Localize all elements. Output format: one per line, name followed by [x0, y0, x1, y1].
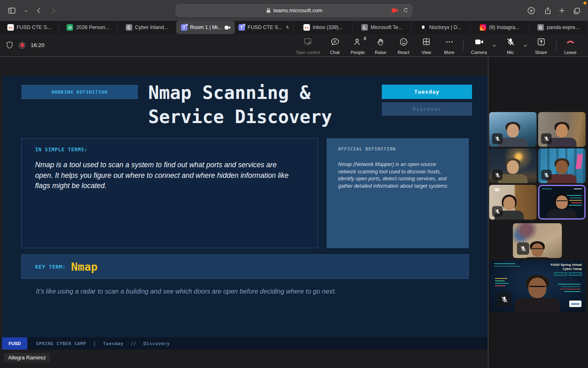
share-screen-icon [537, 37, 546, 47]
tab-camera-indicator-icon [225, 25, 231, 30]
tab-microsoft-teams-site[interactable]: L Microsoft Te... [353, 21, 412, 34]
metaphor-text: It’s like using a radar to scan a buildi… [36, 288, 336, 295]
chat-button[interactable]: Chat [325, 37, 345, 55]
virtual-background-caption: FUSD Spring Virtual Cyber Camp [544, 263, 582, 271]
raise-hand-button[interactable]: Raise [371, 37, 390, 55]
letter-g-favicon: G [537, 24, 544, 31]
footer-separator: | [93, 341, 96, 346]
tab-inbox-gmail[interactable]: Inbox (339)... [294, 21, 352, 34]
screen-text-overlay [542, 188, 552, 189]
raise-hand-icon [376, 37, 385, 47]
new-tab-icon[interactable] [557, 5, 567, 16]
camera-chevron-icon[interactable] [492, 43, 497, 48]
mic-muted-icon [497, 292, 511, 306]
gmail-icon [303, 24, 310, 31]
view-button[interactable]: View [416, 37, 436, 55]
take-control-icon [303, 37, 313, 47]
presenter-name-tag: Allegra Ramirez [4, 353, 50, 362]
slide-title: Nmap Scanning & Service Discovery [148, 81, 332, 129]
participant-video [547, 195, 577, 220]
tab-instagram[interactable]: (9) Instagra... [470, 21, 529, 34]
share-button[interactable]: Share [531, 37, 551, 55]
official-definition-box: OFFICIAL DEFINITION Nmap (Network Mapper… [327, 138, 469, 248]
noctoryx-favicon [420, 24, 426, 31]
mic-muted-icon [541, 170, 552, 180]
more-button[interactable]: More [438, 37, 461, 55]
tab-fusd-cte-gmail[interactable]: FUSD CTE S... [0, 21, 59, 34]
meeting-stage-area: WORKING DEFINITION Nmap Scanning & Servi… [0, 57, 588, 368]
tab-panda-express[interactable]: G panda expre... [529, 21, 588, 34]
slide-footer: FUSD SPRING CYBER CAMP | Tuesday // Disc… [2, 337, 488, 350]
padlock-icon [266, 7, 271, 13]
screen-text-overlay [574, 188, 582, 189]
share-page-icon[interactable] [542, 5, 553, 16]
mic-muted-icon [506, 37, 515, 47]
leave-button[interactable]: Leave [560, 37, 581, 55]
forward-icon[interactable] [48, 5, 59, 16]
chat-icon [330, 37, 340, 47]
letter-l-favicon: L [361, 24, 368, 31]
key-term-bar: KEY TERM: Nmap [21, 254, 469, 279]
recording-indicator-icon [19, 42, 25, 49]
sidebar-chevron-icon[interactable] [20, 5, 31, 16]
stats-text-overlay [495, 278, 509, 286]
camera-button[interactable]: Camera [468, 37, 490, 55]
participant-tile-student-sky[interactable] [489, 112, 537, 147]
gmail-icon [7, 24, 14, 31]
back-icon[interactable] [33, 5, 44, 16]
background-logo [569, 301, 581, 307]
mic-muted-icon [541, 133, 552, 144]
phase-button: Discover [382, 102, 472, 116]
tab-2026-sheet[interactable]: 2026 Person... [59, 21, 118, 34]
shield-icon [6, 41, 13, 49]
camera-icon [474, 37, 484, 47]
instagram-icon [480, 24, 486, 31]
footer-slashes: // [131, 341, 136, 346]
participant-video [515, 276, 560, 312]
fusd-badge: FUSD [2, 337, 27, 350]
downloads-icon[interactable] [526, 5, 537, 16]
presentation-slide: WORKING DEFINITION Nmap Scanning & Servi… [2, 76, 488, 350]
tab-overview-icon[interactable] [571, 5, 582, 16]
react-smiley-icon [399, 37, 408, 47]
view-grid-icon [422, 37, 431, 47]
simple-terms-box: IN SIMPLE TERMS: Nmap is a tool used to … [21, 138, 318, 248]
teams-meeting-window: teams.microsoft.com F [0, 0, 588, 368]
participant-tile-student-scifi[interactable] [538, 148, 586, 183]
tab-cyber-inland[interactable]: C Cyber Inland... [118, 21, 176, 34]
working-definition-chip: WORKING DEFINITION [22, 85, 138, 99]
day-button: Tuesday [382, 85, 472, 99]
participant-tile-instructor-active-speaker[interactable] [538, 185, 586, 220]
react-button[interactable]: React [392, 37, 415, 55]
official-definition-heading: OFFICIAL DEFINITION [338, 146, 396, 152]
participant-tile-student-room[interactable] [538, 112, 586, 147]
participant-tile-student-bedroom[interactable] [489, 185, 537, 220]
browser-toolbar: teams.microsoft.com [0, 0, 588, 21]
more-dots-icon [445, 37, 454, 47]
participant-tile-host-cyber-camp[interactable]: FUSD Spring Virtual Cyber Camp [489, 260, 586, 312]
background-badges [554, 272, 582, 276]
leave-call-icon [565, 37, 576, 47]
mic-button[interactable]: Mic [501, 37, 520, 55]
address-bar[interactable]: teams.microsoft.com [176, 4, 412, 17]
reload-icon[interactable] [403, 7, 409, 13]
screen-recording-indicator-dot [584, 2, 586, 4]
mic-chevron-icon[interactable] [523, 43, 528, 48]
tab-noctoryx[interactable]: Noctoryx | D... [412, 21, 470, 34]
simple-terms-heading: IN SIMPLE TERMS: [35, 147, 87, 153]
tab-room-1-active[interactable]: T Room 1 | Mi... [176, 21, 235, 34]
participant-tile-student-blurred[interactable] [513, 223, 562, 258]
google-sheets-icon [67, 24, 73, 31]
people-button[interactable]: 8 People [346, 37, 369, 55]
participant-tile-student-space[interactable] [489, 148, 537, 183]
letter-c-favicon: C [126, 24, 132, 31]
meeting-toolbar: 16:20 Take control Chat 8 People [0, 34, 588, 57]
people-icon: 8 [353, 37, 363, 47]
toolbar-divider [463, 40, 463, 51]
mic-muted-icon [492, 206, 503, 217]
sidebar-toggle-icon[interactable] [7, 5, 17, 16]
mic-muted-icon [492, 170, 503, 180]
take-control-button[interactable]: Take control [291, 37, 325, 55]
camera-in-use-icon [392, 8, 399, 13]
tab-fusd-cte-teams[interactable]: T FUSD CTE S... [235, 21, 294, 34]
